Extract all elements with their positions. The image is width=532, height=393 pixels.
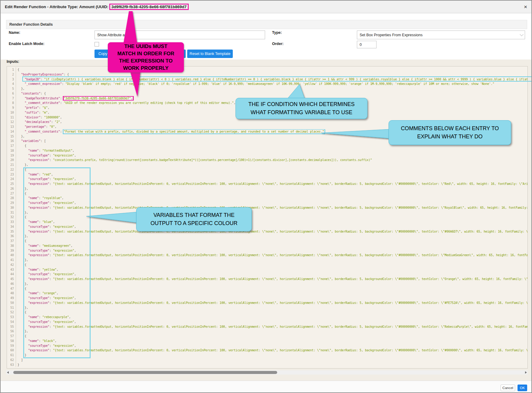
line-number: 20 [7,158,16,163]
code-text: ] [16,358,527,362]
code-line: 32 { [7,215,527,220]
line-number: 39 [7,248,16,253]
line-number: 27 [7,191,16,196]
code-line: 38 "name": "mediumseagreen", [7,243,527,248]
callout-line: COMMENTS BELOW EACH ENTRY TO [401,124,499,133]
line-number: 22 [7,167,16,172]
line-number: 45 [7,277,16,282]
code-line: 26 }, [7,186,527,191]
line-number: 46 [7,282,16,286]
line-number: 37 [7,239,16,243]
line-number: 16 [7,139,16,143]
code-line: 39 "sourceType": "expression", [7,248,527,253]
code-text: }, [16,305,527,310]
code-line: 61 } [7,353,527,358]
code-line: 31 }, [7,210,527,215]
code-line: 47 { [7,286,527,291]
type-select[interactable]: Set Box Properties From Expressions [357,31,525,39]
code-line: 52 { [7,310,527,315]
code-text: "expression": "{text: variables.formatte… [16,301,527,305]
code-line: 2 "boxPropertyExpressions": { [7,72,527,77]
code-line: 29 "sourceType": "expression", [7,201,527,205]
line-number: 7 [7,96,16,101]
chevron-down-icon [520,32,524,36]
scroll-left-icon[interactable] [7,371,9,374]
code-text: "name": "formattedOutput", [16,148,527,153]
line-number: 47 [7,286,16,291]
code-line: 62 ] [7,358,527,362]
callout-comments: COMMENTS BELOW EACH ENTRY TO EXPLAIN WHA… [389,120,511,145]
code-text: }, [16,329,527,334]
code-text: }, [16,210,527,215]
line-number: 11 [7,115,16,120]
code-line: 5 }, [7,86,527,91]
latch-checkbox[interactable] [95,42,99,47]
code-line: 45 "expression": "{text: variables.forma… [7,277,527,282]
line-number: 21 [7,163,16,167]
code-text: "name": "black", [16,339,527,343]
callout-line: WORK PROPERLY [123,65,169,72]
name-input[interactable] [95,31,265,39]
line-number: 5 [7,86,16,91]
code-line: 44 "sourceType": "expression", [7,272,527,277]
code-text: }, [16,282,527,286]
line-number: 44 [7,272,16,277]
code-line: 6 "constants": { [7,91,527,96]
dialog-titlebar: Edit Render Function - Attribute Type: A… [1,1,531,13]
order-label: Order: [272,42,284,46]
code-line: 21 }, [7,163,527,167]
code-line: 48 "name": "orange", [7,291,527,296]
horizontal-scrollbar[interactable] [6,370,528,375]
line-number: 34 [7,224,16,229]
code-text: { [16,334,527,339]
scrollbar-thumb[interactable] [13,371,277,374]
latch-label: Enable Latch Mode: [9,42,44,46]
code-line: 42 { [7,263,527,267]
scroll-right-icon[interactable] [525,371,527,374]
code-text: "constants": { [16,91,527,96]
code-text: "expression": "{text: variables.formatte… [16,205,527,210]
cancel-button[interactable]: Cancel [501,385,515,391]
code-text: { [16,215,527,220]
code-line: 4 "_comment_expression": "Display 'blank… [7,82,527,86]
ok-button[interactable]: OK [518,385,527,391]
code-text: "sourceType": "expression", [16,296,527,301]
line-number: 59 [7,343,16,348]
code-text: { [16,167,527,172]
line-number: 26 [7,186,16,191]
line-number: 4 [7,82,16,86]
line-number: 61 [7,353,16,358]
order-input[interactable] [357,41,377,48]
line-number: 57 [7,334,16,339]
code-line: 22 { [7,167,527,172]
code-line: 24 "sourceType": "expression", [7,177,527,182]
code-text: "sourceType": "expression", [16,201,527,205]
line-number: 17 [7,143,16,148]
code-line: 40 "expression": "{text: variables.forma… [7,253,527,258]
line-number: 1 [7,67,16,72]
code-line: 3 "badge28": "if (isEmpty(attr) ) { vari… [7,77,527,82]
code-text: { [16,67,527,72]
code-line: 58 "name": "black", [7,339,527,343]
line-number: 35 [7,229,16,234]
callout-line: THE UUIDs MUST [124,43,168,50]
line-number: 14 [7,129,16,134]
line-number: 55 [7,324,16,329]
code-line: 25 "expression": "{text: variables.forma… [7,182,527,186]
type-select-value: Set Box Properties From Expressions [360,33,422,37]
line-number: 49 [7,296,16,301]
code-text: { [16,310,527,315]
code-line: 46 }, [7,282,527,286]
reset-template-button[interactable]: Reset to Blank Template [187,50,233,58]
callout-line: VARIABLES THAT FORMAT THE [153,211,235,219]
close-icon[interactable]: × [524,4,527,10]
dialog-footer [1,381,531,393]
line-number: 15 [7,134,16,139]
line-number: 18 [7,148,16,153]
code-line: 41 }, [7,258,527,263]
code-text: }, [16,258,527,263]
callout-variables: VARIABLES THAT FORMAT THE OUTPUT TO A SP… [136,207,252,231]
code-line: 1{ [7,67,527,72]
title-uuid-highlight-box: 3d9f62f9-fb38-4205-8e66-68f781b869d7 [109,4,189,10]
line-number: 10 [7,110,16,115]
